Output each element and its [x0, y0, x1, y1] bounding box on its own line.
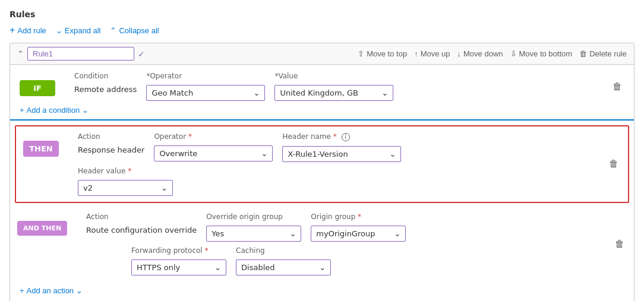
andthen-override-label: Override origin group [206, 213, 301, 221]
rule-card: ⌃ ✓ ⇧ Move to top ↑ Move up ↓ Move down … [10, 43, 634, 301]
then-action-field: Action Response header [78, 132, 144, 154]
andthen-origin-dropdown[interactable]: myOriginGroup ⌄ [311, 226, 406, 242]
then-operator-label: Operator * [154, 132, 273, 141]
chevron-up-icon: ⌃ [17, 49, 24, 58]
then-headername-field: Header name * i X-Rule1-Version ⌄ [282, 132, 401, 162]
andthen-override-dropdown[interactable]: Yes ⌄ [206, 226, 301, 242]
value-value: United Kingdom, GB [280, 88, 358, 97]
move-up-label: Move up [421, 49, 450, 58]
rule-name-input[interactable] [27, 47, 134, 61]
move-to-top-button[interactable]: ⇧ Move to top [358, 49, 407, 58]
delete-andthen-button[interactable]: 🗑 [613, 236, 627, 252]
rule-header: ⌃ ✓ ⇧ Move to top ↑ Move up ↓ Move down … [10, 43, 634, 65]
chevron-down-icon: ⌄ [319, 263, 326, 272]
andthen-caching-dropdown[interactable]: Disabled ⌄ [236, 259, 331, 275]
page-title: Rules [10, 9, 634, 19]
value-label: *Value [274, 72, 393, 80]
rule-header-left: ⌃ ✓ [17, 47, 353, 61]
operator-value: Geo Match [151, 88, 193, 97]
operator-dropdown[interactable]: Geo Match ⌄ [146, 85, 265, 101]
then-action-label: Action [78, 132, 144, 141]
andthen-override-field: Override origin group Yes ⌄ [206, 213, 301, 242]
move-down-icon: ↓ [457, 49, 462, 58]
chevron-down-icon: ⌄ [214, 263, 221, 272]
collapse-rule-button[interactable]: ⌃ [17, 49, 24, 58]
then-operator-dropdown[interactable]: Overwrite ⌄ [154, 145, 273, 161]
andthen-caching-label: Caching [236, 246, 331, 255]
chevron-down-icon: ⌄ [261, 149, 267, 158]
then-section: THEN Action Response header Operator * O… [15, 125, 629, 203]
collapse-all-button[interactable]: ⌃ Collapse all [110, 26, 159, 35]
plus-icon: + [10, 25, 15, 36]
then-operator-field: Operator * Overwrite ⌄ [154, 132, 273, 161]
move-to-bottom-button[interactable]: ⇩ Move to bottom [510, 49, 573, 58]
chevron-down-icon: ⌄ [253, 88, 260, 97]
then-headername-dropdown[interactable]: X-Rule1-Version ⌄ [282, 146, 401, 162]
andthen-action-field: Action Route configuration override [86, 213, 197, 235]
condition-inner: IF Condition Remote address *Operator [10, 65, 634, 119]
andthen-origin-field: Origin group * myOriginGroup ⌄ [311, 213, 406, 242]
andthen-override-value: Yes [211, 229, 224, 238]
operator-field: *Operator Geo Match ⌄ [146, 72, 265, 101]
andthen-fields-wrapper: Action Route configuration override Over… [86, 213, 598, 275]
then-fields-row1: Action Response header Operator * Overwr… [78, 132, 592, 162]
trash-icon: 🗑 [579, 49, 587, 58]
then-headername-value: X-Rule1-Version [288, 150, 348, 159]
delete-condition-button[interactable]: 🗑 [610, 79, 624, 94]
plus-icon: + [20, 286, 24, 295]
add-rule-label: Add rule [17, 26, 46, 35]
chevron-down-icon: ⌄ [82, 106, 89, 115]
andthen-forwarding-field: Forwarding protocol * HTTPS only ⌄ [131, 246, 226, 275]
move-to-top-label: Move to top [367, 49, 407, 58]
move-up-button[interactable]: ↑ Move up [414, 49, 450, 58]
info-icon: i [342, 133, 350, 141]
add-action-button[interactable]: + Add an action ⌄ [20, 286, 83, 295]
plus-icon: + [20, 106, 24, 115]
andthen-caching-field: Caching Disabled ⌄ [236, 246, 331, 275]
andthen-section: AND THEN Action Route configuration over… [15, 210, 629, 278]
move-down-button[interactable]: ↓ Move down [457, 49, 503, 58]
expand-label: Expand all [65, 26, 101, 35]
move-up-icon: ↑ [414, 49, 418, 58]
move-to-top-icon: ⇧ [358, 49, 364, 58]
add-condition-label: Add a condition [27, 106, 80, 115]
then-fields-row2: Header value * v2 ⌄ [78, 167, 592, 196]
chevron-down-icon: ⌄ [289, 229, 296, 238]
move-to-bottom-icon: ⇩ [510, 49, 517, 58]
add-action-label: Add an action [27, 286, 74, 295]
add-condition-button[interactable]: + Add a condition ⌄ [20, 101, 89, 117]
delete-rule-button[interactable]: 🗑 Delete rule [579, 49, 627, 58]
expand-all-button[interactable]: ⌄ Expand all [56, 26, 101, 35]
condition-field: Condition Remote address [74, 72, 137, 94]
andthen-forwarding-dropdown[interactable]: HTTPS only ⌄ [131, 259, 226, 275]
andthen-origin-value: myOriginGroup [316, 229, 375, 238]
then-headervalue-label: Header value * [78, 167, 173, 175]
collapse-label: Collapse all [119, 26, 159, 35]
then-headervalue-field: Header value * v2 ⌄ [78, 167, 173, 196]
chevron-down-icon: ⌄ [56, 26, 62, 35]
delete-rule-label: Delete rule [589, 49, 627, 58]
andthen-forwarding-label: Forwarding protocol * [131, 246, 226, 255]
if-section: IF Condition Remote address *Operator [10, 65, 634, 119]
rule-header-actions: ⇧ Move to top ↑ Move up ↓ Move down ⇩ Mo… [358, 49, 627, 58]
add-rule-button[interactable]: + Add rule [10, 25, 46, 36]
then-operator-value: Overwrite [159, 149, 197, 158]
condition-label: Condition [74, 72, 137, 80]
then-section-wrapper: THEN Action Response header Operator * O… [10, 119, 634, 205]
delete-then-button[interactable]: 🗑 [607, 156, 621, 172]
andthen-caching-value: Disabled [241, 263, 274, 272]
if-fields: Condition Remote address *Operator Geo M… [74, 72, 596, 101]
andthen-fields-row1: Action Route configuration override Over… [86, 213, 598, 242]
then-headervalue-dropdown[interactable]: v2 ⌄ [78, 180, 173, 196]
then-action-value: Response header [78, 145, 144, 154]
check-icon: ✓ [138, 49, 145, 59]
toolbar: + Add rule ⌄ Expand all ⌃ Collapse all [10, 25, 634, 36]
value-dropdown[interactable]: United Kingdom, GB ⌄ [274, 85, 393, 101]
andthen-forwarding-value: HTTPS only [137, 263, 180, 272]
andthen-action-value: Route configuration override [86, 226, 197, 235]
chevron-up-icon: ⌃ [110, 26, 116, 35]
add-action-row: + Add an action ⌄ [10, 280, 634, 301]
if-badge: IF [20, 80, 55, 96]
move-to-bottom-label: Move to bottom [519, 49, 573, 58]
andthen-badge: AND THEN [17, 221, 67, 236]
